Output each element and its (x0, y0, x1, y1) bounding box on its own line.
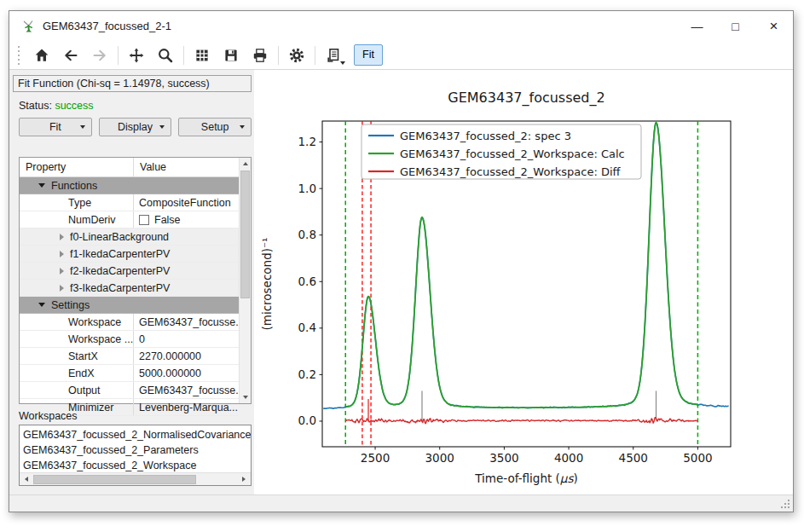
legend-label: GEM63437_focussed_2_Workspace: Calc (400, 147, 625, 160)
property-row-workspace[interactable]: Workspace ...0 (20, 331, 239, 348)
property-row-f2-ikedacarpenterpv[interactable]: f2-IkedaCarpenterPV (20, 263, 239, 280)
fit-toolbar-button[interactable]: Fit (354, 44, 383, 66)
legend-label: GEM63437_focussed_2: spec 3 (400, 130, 571, 142)
workspace-list-item[interactable]: GEM63437_focussed_2_NormalisedCovariance… (23, 427, 251, 442)
fit-property-browser: Property Value FunctionsTypeCompositeFun… (19, 157, 252, 404)
fit-status: Status: success (19, 100, 252, 112)
legend-label: GEM63437_focussed_2_Workspace: Diff (400, 165, 622, 178)
toolbar-drag-handle[interactable] (18, 46, 20, 65)
plot-title: GEM63437_focussed_2 (448, 90, 604, 107)
plot-legend[interactable]: GEM63437_focussed_2: spec 3GEM63437_focu… (362, 124, 641, 179)
group-label: Functions (51, 180, 97, 192)
generate-script-icon (325, 47, 342, 64)
property-value[interactable]: GEM63437_focusse... (133, 382, 239, 398)
property-row-type[interactable]: TypeCompositeFunction (20, 194, 239, 211)
property-value-text: GEM63437_focusse... (139, 316, 239, 328)
property-value[interactable]: 5000.000000 (133, 365, 239, 381)
chevron-down-icon (80, 125, 85, 129)
collapse-icon[interactable] (38, 183, 45, 188)
toolbar-separator (278, 46, 279, 65)
property-row-workspace[interactable]: WorkspaceGEM63437_focusse... (20, 314, 239, 331)
back-button[interactable] (56, 43, 85, 67)
resize-grip[interactable] (779, 498, 790, 509)
property-row-settings[interactable]: Settings (20, 297, 239, 314)
property-value[interactable]: CompositeFunction (133, 194, 239, 211)
y-axis-label: (microsecond)⁻¹ (260, 237, 274, 330)
output-workspaces-list: GEM63437_focussed_2_NormalisedCovariance… (19, 425, 252, 486)
y-tick-label: 0.2 (298, 367, 316, 381)
expand-icon[interactable] (60, 268, 64, 275)
workspace-list-item[interactable]: GEM63437_focussed_2_Parameters (23, 442, 251, 458)
scroll-right-icon[interactable] (237, 473, 251, 485)
scrollbar-thumb[interactable] (240, 171, 250, 298)
fit-function-header[interactable]: Fit Function (Chi-sq = 1.14978, success) (13, 75, 252, 92)
collapse-icon[interactable] (38, 303, 45, 307)
scroll-down-icon[interactable] (240, 391, 251, 403)
title-bar[interactable]: GEM63437_focussed_2-1 — □ × (9, 11, 793, 41)
property-value[interactable]: Levenberg-Marqua... (133, 399, 239, 415)
property-table-scrollbar[interactable] (239, 158, 251, 403)
property-row-startx[interactable]: StartX2270.000000 (20, 348, 239, 365)
scroll-up-icon[interactable] (240, 158, 251, 170)
print-button[interactable] (246, 43, 275, 67)
scroll-left-icon[interactable] (20, 473, 33, 485)
plot-area[interactable]: 2500300035004000450050000.00.20.40.60.81… (254, 70, 793, 494)
series-diff-line[interactable] (345, 418, 697, 424)
toolbar-separator (183, 46, 184, 65)
group-label: f0-LinearBackground (70, 231, 169, 243)
status-label: Status: (19, 100, 52, 112)
setup-menu-button[interactable]: Setup (178, 118, 252, 136)
workspaces-hscrollbar[interactable] (20, 472, 251, 485)
x-tick-label: 3000 (425, 451, 454, 465)
fit-menu-label: Fit (49, 121, 61, 133)
toolbar-separator (315, 46, 315, 65)
expand-icon[interactable] (60, 234, 64, 240)
property-row-f0-linearbackground[interactable]: f0-LinearBackground (20, 228, 239, 246)
y-tick-label: 0.6 (298, 275, 316, 288)
home-button[interactable] (27, 43, 56, 67)
expand-icon[interactable] (60, 251, 64, 257)
property-row-output[interactable]: OutputGEM63437_focusse... (20, 382, 239, 399)
pan-button[interactable] (122, 43, 151, 67)
grid-button[interactable] (188, 43, 217, 67)
fit-plot[interactable]: 2500300035004000450050000.00.20.40.60.81… (254, 70, 793, 494)
property-value-text: Levenberg-Marqua... (139, 402, 238, 413)
save-button[interactable] (217, 43, 246, 67)
property-row-endx[interactable]: EndX5000.000000 (20, 365, 239, 382)
customize-button[interactable] (282, 43, 311, 67)
numderiv-checkbox[interactable] (139, 215, 149, 225)
pan-axes-icon (128, 47, 145, 64)
forward-button[interactable] (85, 43, 114, 67)
maximize-button[interactable]: □ (716, 11, 755, 41)
property-name: Workspace (20, 316, 133, 328)
property-value[interactable]: 0 (133, 331, 239, 347)
fit-property-panel: Fit Function (Chi-sq = 1.14978, success)… (9, 70, 254, 494)
expand-icon[interactable] (60, 285, 64, 292)
fit-window: GEM63437_focussed_2-1 — □ × (9, 10, 794, 512)
property-row-f3-ikedacarpenterpv[interactable]: f3-IkedaCarpenterPV (20, 280, 239, 297)
fit-menu-button[interactable]: Fit (19, 118, 92, 136)
zoom-magnifier-icon (157, 47, 174, 64)
plot-toolbar: Fit (9, 41, 793, 70)
property-value[interactable]: 2270.000000 (133, 348, 239, 364)
property-column-header: Property (20, 161, 133, 173)
property-name: Workspace ... (20, 333, 133, 345)
close-button[interactable]: × (755, 11, 793, 41)
generate-script-button[interactable] (319, 43, 348, 67)
status-bar (9, 494, 793, 512)
display-menu-button[interactable]: Display (99, 118, 172, 136)
zoom-button[interactable] (151, 43, 180, 67)
hscrollbar-thumb[interactable] (33, 475, 196, 484)
property-value[interactable]: False (133, 211, 239, 228)
workspace-list-item[interactable]: GEM63437_focussed_2_Workspace (23, 458, 251, 472)
back-arrow-icon (62, 47, 79, 64)
mantid-logo-icon (20, 19, 36, 34)
property-row-f1-ikedacarpenterpv[interactable]: f1-IkedaCarpenterPV (20, 246, 239, 263)
minimize-button[interactable]: — (678, 11, 716, 41)
property-row-functions[interactable]: Functions (20, 177, 239, 194)
property-value[interactable]: GEM63437_focusse... (133, 314, 239, 330)
chevron-down-icon (340, 61, 345, 65)
property-name: Type (20, 197, 133, 209)
property-row-numderiv[interactable]: NumDerivFalse (20, 211, 239, 228)
x-tick-label: 4000 (554, 451, 583, 465)
